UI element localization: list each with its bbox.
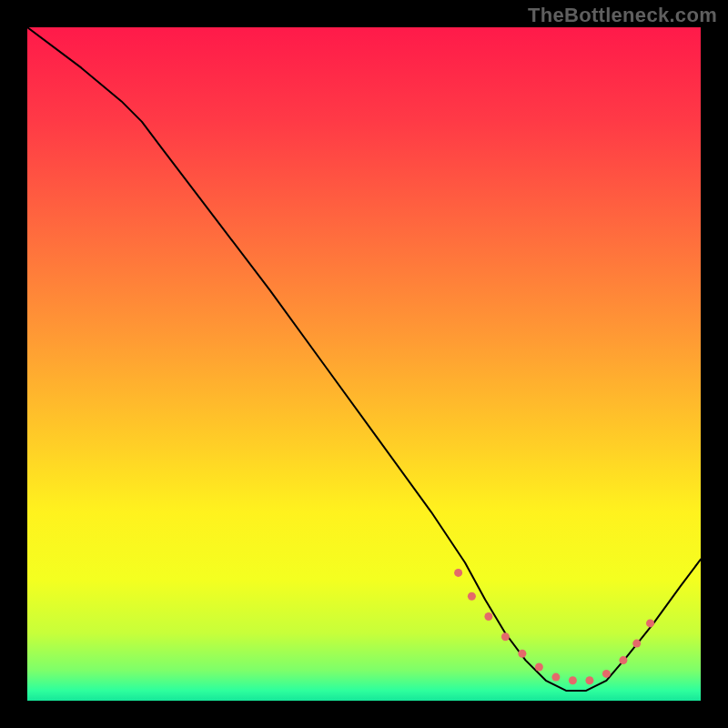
highlight-dots <box>454 569 654 684</box>
highlight-dot <box>535 663 543 672</box>
highlight-dot <box>501 632 510 641</box>
highlight-dot <box>468 592 476 601</box>
highlight-dot <box>602 670 611 678</box>
highlight-dot <box>454 569 462 577</box>
watermark-text: TheBottleneck.com <box>528 4 717 27</box>
highlight-dot <box>518 650 526 658</box>
plot-area <box>27 27 701 701</box>
highlight-dot <box>632 640 641 648</box>
highlight-dots-layer <box>27 27 701 701</box>
highlight-dot <box>646 619 654 627</box>
highlight-dot <box>569 676 577 684</box>
highlight-dot <box>619 656 627 664</box>
highlight-dot <box>551 673 560 682</box>
highlight-dot <box>484 612 492 621</box>
chart-frame: TheBottleneck.com <box>0 0 728 728</box>
highlight-dot <box>585 676 593 684</box>
